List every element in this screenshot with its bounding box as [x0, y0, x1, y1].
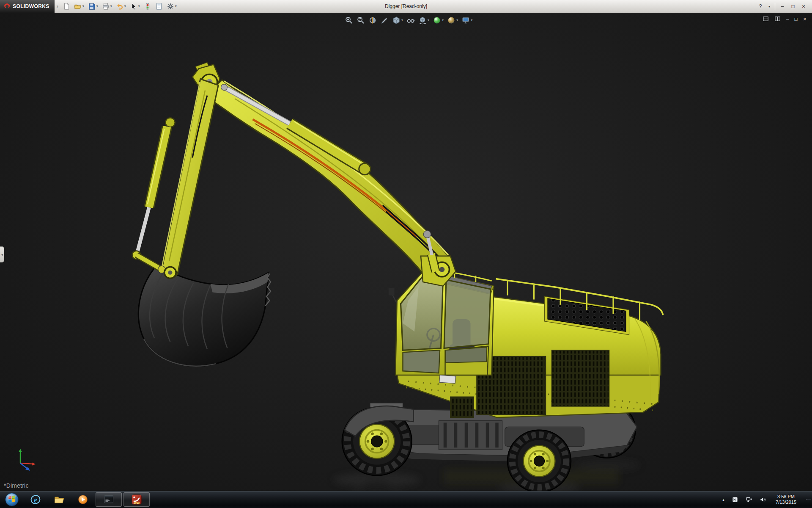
zoom-to-area-icon	[357, 16, 365, 25]
open-folder-icon	[74, 3, 82, 10]
tray-app-icon	[732, 496, 738, 503]
tray-expand-button[interactable]: ▴	[721, 497, 726, 503]
clipping-plane-button[interactable]	[379, 16, 390, 25]
undo-dropdown-caret: ▾	[124, 5, 126, 8]
zoom-to-fit-icon	[345, 16, 353, 25]
display-style-button[interactable]: ▾	[391, 16, 404, 25]
options-button[interactable]: ▾	[165, 1, 178, 11]
heads-up-toolbar: ▾ ▾ ▾ ▾ ▾	[344, 16, 473, 25]
display-style-cube-icon	[392, 16, 401, 25]
command-window-icon	[103, 494, 114, 505]
clock-time: 3:58 PM	[776, 494, 796, 500]
app-titlebar: SOLIDWORKS › ▾ ▾ ▾ ▾ ▾ ▾ Digger [Read-on…	[0, 0, 812, 13]
clipping-plane-icon	[380, 16, 389, 25]
taskbar-internet-explorer[interactable]	[24, 491, 47, 508]
zoom-to-area-button[interactable]	[356, 16, 366, 25]
windows-start-orb-icon	[4, 492, 19, 507]
clock-date: 7/13/2015	[776, 500, 796, 505]
select-dropdown-caret: ▾	[138, 5, 140, 8]
taskbar-solidworks-2015[interactable]: 2015	[123, 492, 150, 507]
volume-button[interactable]	[758, 495, 768, 504]
edit-appearance-button[interactable]: ▾	[432, 16, 444, 25]
view-settings-button[interactable]: ▾	[461, 16, 473, 25]
save-button[interactable]: ▾	[87, 1, 99, 11]
rebuild-button[interactable]	[143, 1, 153, 11]
open-button[interactable]: ▾	[73, 1, 85, 11]
window-controls: ? ▾ – □ ×	[755, 2, 812, 11]
options-gear-icon	[167, 3, 174, 10]
select-button[interactable]: ▾	[129, 1, 141, 11]
solidworks-logo-icon	[3, 3, 11, 10]
window-title: Digger [Read-only]	[385, 3, 427, 9]
main-toolbar: ▾ ▾ ▾ ▾ ▾ ▾	[61, 1, 178, 11]
select-cursor-icon	[130, 3, 137, 10]
file-properties-button[interactable]	[154, 1, 164, 11]
window-controls-divider	[775, 3, 775, 10]
wheel-front-right[interactable]	[508, 430, 571, 491]
print-icon	[102, 3, 110, 10]
apply-scene-button[interactable]: ▾	[446, 16, 459, 25]
featuremanager-collapsed-tab[interactable]: ◂	[0, 246, 4, 262]
doc-minimize-button[interactable]: –	[785, 16, 790, 22]
svg-text:2015: 2015	[134, 501, 140, 504]
start-button[interactable]	[0, 491, 24, 508]
tray-app-button[interactable]	[730, 495, 740, 504]
pane-split-button[interactable]	[761, 15, 770, 22]
stick[interactable]	[162, 79, 219, 277]
folder-icon	[54, 494, 65, 505]
new-document-button[interactable]	[61, 1, 71, 11]
hide-show-items-button[interactable]	[406, 16, 416, 25]
boom-cylinder[interactable]	[221, 84, 371, 175]
section-view-button[interactable]	[368, 16, 378, 25]
orientation-triad	[13, 445, 39, 472]
options-dropdown-caret: ▾	[175, 5, 177, 8]
file-properties-icon	[155, 3, 163, 10]
scene-sphere-icon	[447, 16, 455, 25]
view-settings-icon	[461, 16, 470, 25]
pane-view-icon	[774, 16, 781, 22]
excavator-3d-model[interactable]	[0, 13, 812, 491]
new-document-icon	[63, 3, 70, 10]
view-orientation-icon	[418, 16, 427, 25]
network-button[interactable]	[744, 495, 754, 504]
toolbar-overflow-chevron[interactable]: ›	[55, 3, 60, 9]
close-button[interactable]: ×	[798, 2, 809, 11]
maximize-button[interactable]: □	[788, 2, 798, 11]
save-dropdown-caret: ▾	[96, 5, 98, 8]
brand-label: SOLIDWORKS	[13, 3, 49, 9]
hide-show-glasses-icon	[406, 16, 415, 25]
open-dropdown-caret: ▾	[82, 5, 84, 8]
help-button[interactable]: ?	[755, 2, 765, 11]
taskbar-command-window[interactable]	[96, 492, 122, 507]
solidworks-2015-icon: 2015	[131, 494, 142, 505]
taskbar-windows-explorer[interactable]	[47, 491, 71, 508]
appearance-sphere-icon	[433, 16, 441, 25]
bucket[interactable]	[138, 264, 271, 366]
volume-icon	[760, 496, 766, 503]
zoom-to-fit-button[interactable]	[344, 16, 354, 25]
doc-close-button[interactable]: ×	[802, 16, 808, 22]
display-style-caret: ▾	[401, 19, 403, 22]
save-icon	[88, 3, 96, 10]
graphics-viewport[interactable]: ▾ ▾ ▾ ▾ ▾ – □ × ◂ *Dimetric	[0, 13, 812, 491]
boom[interactable]	[205, 80, 456, 286]
document-window-controls: – □ ×	[761, 15, 808, 22]
view-orientation-label: *Dimetric	[4, 482, 29, 489]
view-orientation-button[interactable]: ▾	[417, 16, 430, 25]
undo-icon	[116, 3, 123, 10]
pane-split-icon	[763, 16, 769, 22]
taskbar-clock[interactable]: 3:58 PM 7/13/2015	[772, 494, 800, 505]
taskbar: 2015 ▴ 3:58 PM 7/13/2015	[0, 491, 812, 508]
minimize-button[interactable]: –	[777, 2, 787, 11]
system-tray: ▴ 3:58 PM 7/13/2015	[721, 491, 812, 508]
rebuild-stoplight-icon	[144, 3, 151, 10]
print-button[interactable]: ▾	[101, 1, 113, 11]
help-dropdown-caret[interactable]: ▾	[766, 2, 773, 11]
taskbar-media-player[interactable]	[71, 491, 95, 508]
doc-restore-button[interactable]: □	[793, 16, 799, 22]
undo-button[interactable]: ▾	[115, 1, 127, 11]
media-player-icon	[77, 494, 88, 505]
network-icon	[746, 496, 752, 503]
show-desktop-button[interactable]	[806, 499, 811, 500]
pane-view-button[interactable]	[773, 15, 782, 22]
